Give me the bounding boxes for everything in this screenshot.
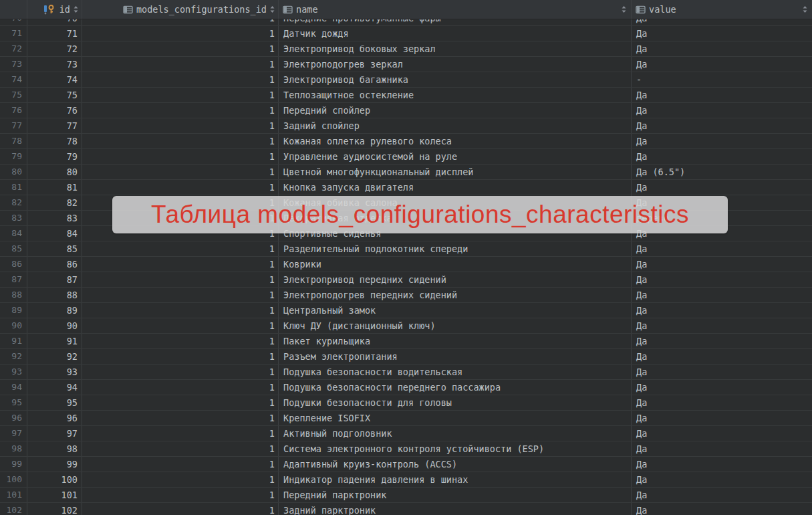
cell-models-configurations-id[interactable]: 1 <box>82 149 279 164</box>
cell-value[interactable]: Да <box>632 334 812 348</box>
cell-value[interactable]: Да <box>632 118 812 133</box>
cell-id[interactable]: 93 <box>27 365 82 379</box>
cell-models-configurations-id[interactable]: 1 <box>82 165 279 179</box>
cell-value[interactable]: Да <box>632 426 812 441</box>
row-number-cell[interactable]: 83 <box>0 211 27 225</box>
row-number-cell[interactable]: 80 <box>0 165 27 179</box>
cell-value[interactable]: Да <box>632 503 812 515</box>
cell-models-configurations-id[interactable]: 1 <box>82 72 279 87</box>
cell-value[interactable]: Да <box>632 41 812 56</box>
cell-id[interactable]: 72 <box>27 41 82 56</box>
cell-id[interactable]: 83 <box>27 211 82 225</box>
cell-name[interactable]: Крепление ISOFIX <box>279 411 632 425</box>
cell-name[interactable]: Электропривод боковых зеркал <box>279 41 632 56</box>
cell-id[interactable]: 74 <box>27 72 82 87</box>
cell-id[interactable]: 89 <box>27 303 82 318</box>
cell-value[interactable]: Да <box>632 303 812 318</box>
cell-id[interactable]: 92 <box>27 349 82 364</box>
cell-id[interactable]: 84 <box>27 226 82 241</box>
row-number-cell[interactable]: 81 <box>0 180 27 195</box>
cell-name[interactable]: Разъем электропитания <box>279 349 632 364</box>
cell-name[interactable]: Активный подголовник <box>279 426 632 441</box>
column-header-id[interactable]: id <box>27 0 82 19</box>
cell-value[interactable]: Да <box>632 57 812 72</box>
cell-models-configurations-id[interactable]: 1 <box>82 57 279 72</box>
cell-name[interactable]: Индикатор падения давления в шинах <box>279 472 632 487</box>
cell-id[interactable]: 86 <box>27 257 82 272</box>
column-header-models-configurations-id[interactable]: models_configurations_id <box>82 0 279 19</box>
cell-models-configurations-id[interactable]: 1 <box>82 349 279 364</box>
cell-name[interactable]: Электроподогрев зеркал <box>279 57 632 72</box>
cell-id[interactable]: 91 <box>27 334 82 348</box>
cell-name[interactable]: Адаптивный круиз-контроль (ACCS) <box>279 457 632 472</box>
cell-models-configurations-id[interactable]: 1 <box>82 488 279 502</box>
cell-name[interactable]: Подушка безопасности водительская <box>279 365 632 379</box>
cell-models-configurations-id[interactable]: 1 <box>82 457 279 472</box>
row-number-cell[interactable]: 100 <box>0 472 27 487</box>
cell-id[interactable]: 80 <box>27 165 82 179</box>
cell-models-configurations-id[interactable]: 1 <box>82 303 279 318</box>
cell-models-configurations-id[interactable]: 1 <box>82 88 279 102</box>
cell-name[interactable]: Подушки безопасности для головы <box>279 395 632 410</box>
cell-value[interactable]: Да <box>632 88 812 102</box>
row-number-cell[interactable]: 85 <box>0 241 27 256</box>
cell-name[interactable]: Коврики <box>279 257 632 272</box>
cell-models-configurations-id[interactable]: 1 <box>82 441 279 456</box>
cell-value[interactable]: Да <box>632 272 812 287</box>
row-number-cell[interactable]: 97 <box>0 426 27 441</box>
cell-name[interactable]: Разделительный подлокотник спереди <box>279 241 632 256</box>
cell-models-configurations-id[interactable]: 1 <box>82 365 279 379</box>
cell-value[interactable]: Да <box>632 472 812 487</box>
row-number-cell[interactable]: 86 <box>0 257 27 272</box>
row-number-cell[interactable]: 79 <box>0 149 27 164</box>
cell-models-configurations-id[interactable]: 1 <box>82 241 279 256</box>
cell-models-configurations-id[interactable]: 1 <box>82 334 279 348</box>
cell-value[interactable]: Да <box>632 457 812 472</box>
cell-value[interactable]: Да <box>632 288 812 302</box>
cell-id[interactable]: 78 <box>27 134 82 148</box>
cell-id[interactable]: 95 <box>27 395 82 410</box>
cell-name[interactable]: Передний парктроник <box>279 488 632 502</box>
cell-id[interactable]: 79 <box>27 149 82 164</box>
row-number-cell[interactable]: 90 <box>0 318 27 333</box>
row-number-cell[interactable]: 101 <box>0 488 27 502</box>
column-header-name[interactable]: name <box>279 0 632 19</box>
cell-name[interactable]: Кожаная оплетка рулевого колеса <box>279 134 632 148</box>
row-number-cell[interactable]: 82 <box>0 195 27 210</box>
row-number-cell[interactable]: 92 <box>0 349 27 364</box>
cell-name[interactable]: Передний спойлер <box>279 103 632 118</box>
cell-name[interactable]: Система электронного контроля устойчивос… <box>279 441 632 456</box>
cell-id[interactable]: 94 <box>27 380 82 395</box>
cell-id[interactable]: 81 <box>27 180 82 195</box>
cell-name[interactable]: Электропривод багажника <box>279 72 632 87</box>
cell-models-configurations-id[interactable]: 1 <box>82 426 279 441</box>
cell-value[interactable]: Да <box>632 365 812 379</box>
cell-name[interactable]: Задний парктроник <box>279 503 632 515</box>
row-number-cell[interactable]: 93 <box>0 365 27 379</box>
cell-value[interactable]: Да <box>632 241 812 256</box>
cell-name[interactable]: Пакет курильщика <box>279 334 632 348</box>
row-number-cell[interactable]: 99 <box>0 457 27 472</box>
cell-id[interactable]: 102 <box>27 503 82 515</box>
row-number-cell[interactable]: 74 <box>0 72 27 87</box>
cell-models-configurations-id[interactable]: 1 <box>82 26 279 41</box>
row-number-cell[interactable]: 102 <box>0 503 27 515</box>
cell-name[interactable]: Электроподогрев передних сидений <box>279 288 632 302</box>
cell-name[interactable]: Цветной многофункциональный дисплей <box>279 165 632 179</box>
cell-name[interactable]: Электропривод передних сидений <box>279 272 632 287</box>
row-number-cell[interactable]: 98 <box>0 441 27 456</box>
cell-name[interactable]: Датчик дождя <box>279 26 632 41</box>
cell-value[interactable]: Да <box>632 441 812 456</box>
row-number-cell[interactable]: 73 <box>0 57 27 72</box>
cell-value[interactable]: Да <box>632 103 812 118</box>
cell-value[interactable]: Да <box>632 180 812 195</box>
cell-value[interactable]: Да <box>632 395 812 410</box>
sort-arrows-icon[interactable] <box>73 5 79 13</box>
cell-value[interactable]: Да <box>632 411 812 425</box>
row-number-cell[interactable]: 71 <box>0 26 27 41</box>
sort-arrows-icon[interactable] <box>269 5 275 13</box>
cell-name[interactable]: Теплозащитное остекление <box>279 88 632 102</box>
row-number-cell[interactable]: 96 <box>0 411 27 425</box>
cell-name[interactable]: Задний спойлер <box>279 118 632 133</box>
cell-name[interactable]: Управление аудиосистемой на руле <box>279 149 632 164</box>
